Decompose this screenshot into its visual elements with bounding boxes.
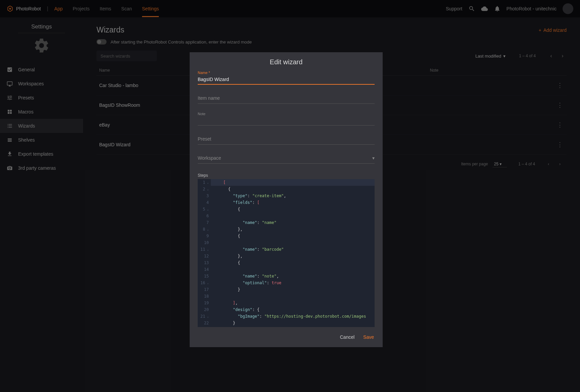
- steps-label: Steps: [198, 173, 375, 178]
- note-field-input[interactable]: [198, 116, 375, 126]
- workspace-field[interactable]: Workspace ▾: [198, 153, 375, 164]
- save-button[interactable]: Save: [363, 334, 374, 340]
- modal-title: Edit wizard: [190, 52, 383, 71]
- item-name-field[interactable]: Item name: [198, 93, 375, 104]
- edit-wizard-modal: Edit wizard Name * Item name Note Preset…: [190, 52, 383, 347]
- cancel-button[interactable]: Cancel: [340, 334, 355, 340]
- name-field-input[interactable]: [198, 75, 375, 85]
- preset-field[interactable]: Preset: [198, 134, 375, 145]
- note-field-label: Note: [198, 112, 375, 116]
- steps-code-editor[interactable]: 1234567891011121314151617181920212223242…: [198, 179, 375, 327]
- name-field-label: Name *: [198, 71, 375, 75]
- chevron-down-icon: ▾: [372, 155, 375, 161]
